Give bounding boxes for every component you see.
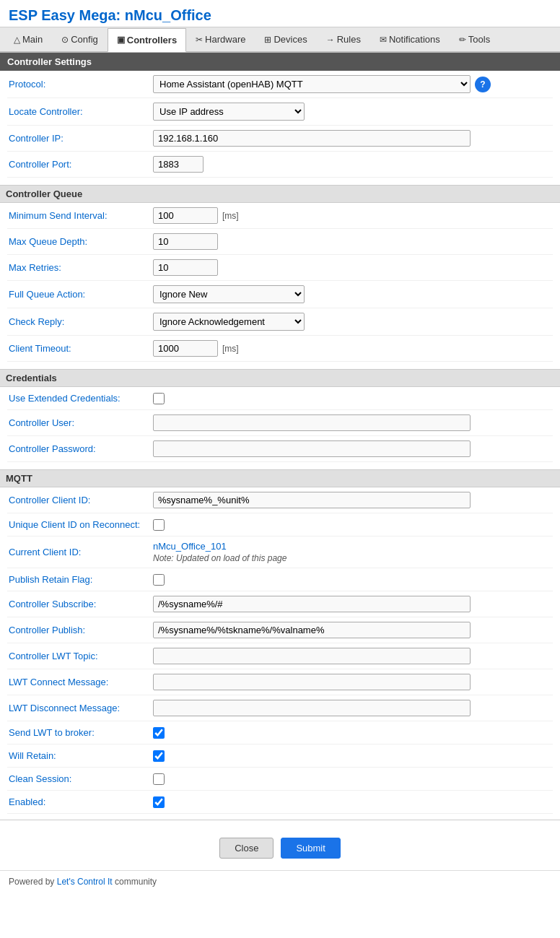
devices-icon: ⊞ [264, 35, 271, 45]
publish-label: Controller Publish: [9, 625, 153, 635]
retain-flag-control [153, 574, 551, 586]
enabled-checkbox[interactable] [153, 796, 165, 808]
nav-hardware[interactable]: ✂ Hardware [186, 27, 255, 51]
notifications-icon: ✉ [380, 35, 387, 45]
min-send-input[interactable] [153, 207, 218, 224]
queue-form: Minimum Send Interval: [ms] Max Queue De… [0, 203, 560, 362]
current-id-block: nMcu_Office_101 Note: Updated on load of… [153, 541, 286, 563]
controller-port-row: Controller Port: [7, 152, 553, 178]
lwt-connect-label: LWT Connect Message: [9, 677, 153, 687]
unique-id-control [153, 519, 551, 531]
current-id-control: nMcu_Office_101 Note: Updated on load of… [153, 541, 551, 563]
nav-main[interactable]: △ Main [4, 27, 52, 51]
lwt-topic-input[interactable] [153, 648, 471, 664]
controllers-icon: ▣ [117, 35, 125, 45]
check-reply-label: Check Reply: [9, 316, 153, 327]
full-queue-select[interactable]: Ignore New Delete Oldest Return Error [153, 285, 305, 303]
footer: Powered by Let's Control It community [0, 870, 560, 893]
nav-controllers[interactable]: ▣ Controllers [108, 28, 186, 52]
max-retries-input[interactable] [153, 259, 218, 276]
use-extended-label: Use Extended Credentials: [9, 393, 153, 404]
controller-port-control [153, 156, 551, 173]
controller-password-label: Controller Password: [9, 443, 153, 454]
controller-settings-header: Controller Settings [0, 53, 560, 71]
enabled-row: Enabled: [7, 791, 553, 814]
send-lwt-checkbox[interactable] [153, 727, 165, 739]
lwt-topic-label: Controller LWT Topic: [9, 651, 153, 661]
publish-input[interactable] [153, 622, 471, 638]
controller-ip-input[interactable] [153, 130, 471, 147]
controller-port-label: Controller Port: [9, 159, 153, 170]
subscribe-control [153, 596, 551, 612]
will-retain-checkbox[interactable] [153, 750, 165, 762]
current-id-label: Current Client ID: [9, 547, 153, 557]
current-id-row: Current Client ID: nMcu_Office_101 Note:… [7, 537, 553, 568]
locate-row: Locate Controller: Use IP address [7, 98, 553, 126]
unique-id-label: Unique Client ID on Reconnect: [9, 519, 153, 530]
publish-row: Controller Publish: [7, 617, 553, 643]
nav-bar: △ Main ⊙ Config ▣ Controllers ✂ Hardware… [0, 27, 560, 53]
unique-id-checkbox[interactable] [153, 519, 165, 531]
client-timeout-input[interactable] [153, 340, 218, 357]
footer-link[interactable]: Let's Control It [57, 877, 113, 887]
client-id-input[interactable] [153, 492, 471, 508]
nav-notifications[interactable]: ✉ Notifications [370, 27, 450, 51]
submit-button[interactable]: Submit [281, 838, 340, 859]
nav-tools[interactable]: ✏ Tools [450, 27, 499, 51]
clean-session-checkbox[interactable] [153, 773, 165, 785]
lwt-topic-row: Controller LWT Topic: [7, 643, 553, 669]
min-send-label: Minimum Send Interval: [9, 210, 153, 221]
locate-label: Locate Controller: [9, 106, 153, 117]
controller-user-input[interactable] [153, 414, 471, 431]
send-lwt-label: Send LWT to broker: [9, 727, 153, 738]
max-queue-control [153, 233, 551, 250]
queue-header: Controller Queue [0, 185, 560, 203]
hardware-icon: ✂ [196, 35, 203, 45]
max-retries-label: Max Retries: [9, 262, 153, 273]
controller-user-row: Controller User: [7, 410, 553, 436]
min-send-row: Minimum Send Interval: [ms] [7, 203, 553, 229]
check-reply-row: Check Reply: Ignore Acknowledgement Chec… [7, 308, 553, 336]
protocol-select[interactable]: Home Assistant (openHAB) MQTT [153, 75, 471, 93]
client-timeout-row: Client Timeout: [ms] [7, 336, 553, 362]
clean-session-row: Clean Session: [7, 768, 553, 791]
lwt-connect-control [153, 674, 551, 690]
controller-password-input[interactable] [153, 440, 471, 457]
max-queue-label: Max Queue Depth: [9, 236, 153, 247]
client-id-label: Controller Client ID: [9, 495, 153, 505]
check-reply-select[interactable]: Ignore Acknowledgement Check Acknowledge… [153, 313, 305, 331]
subscribe-label: Controller Subscribe: [9, 599, 153, 609]
protocol-help-button[interactable]: ? [475, 77, 491, 92]
controller-password-control [153, 440, 551, 457]
lwt-disconnect-input[interactable] [153, 700, 471, 716]
controller-user-label: Controller User: [9, 417, 153, 428]
nav-rules[interactable]: → Rules [317, 27, 370, 51]
current-id-note: Note: Updated on load of this page [153, 553, 286, 563]
protocol-label: Protocol: [9, 79, 153, 90]
controller-settings-form: Protocol: Home Assistant (openHAB) MQTT … [0, 71, 560, 178]
retain-flag-label: Publish Retain Flag: [9, 574, 153, 585]
full-queue-control: Ignore New Delete Oldest Return Error [153, 285, 551, 303]
use-extended-checkbox[interactable] [153, 393, 165, 404]
nav-devices[interactable]: ⊞ Devices [255, 27, 316, 51]
top-bar: ESP Easy Mega: nMcu_Office [0, 0, 560, 27]
protocol-control: Home Assistant (openHAB) MQTT ? [153, 75, 551, 93]
close-button[interactable]: Close [219, 838, 274, 859]
controller-port-input[interactable] [153, 156, 204, 173]
page-title: ESP Easy Mega: nMcu_Office [9, 7, 551, 24]
full-queue-label: Full Queue Action: [9, 289, 153, 300]
subscribe-input[interactable] [153, 596, 471, 612]
clean-session-control [153, 773, 551, 785]
max-retries-row: Max Retries: [7, 255, 553, 281]
nav-config[interactable]: ⊙ Config [52, 27, 108, 51]
button-row: Close Submit [0, 826, 560, 870]
max-queue-input[interactable] [153, 233, 218, 250]
retain-flag-checkbox[interactable] [153, 574, 165, 586]
config-icon: ⊙ [61, 35, 69, 45]
subscribe-row: Controller Subscribe: [7, 591, 553, 617]
locate-select[interactable]: Use IP address [153, 103, 305, 121]
tools-icon: ✏ [459, 35, 466, 45]
min-send-control: [ms] [153, 207, 551, 224]
lwt-connect-row: LWT Connect Message: [7, 669, 553, 695]
lwt-connect-input[interactable] [153, 674, 471, 690]
